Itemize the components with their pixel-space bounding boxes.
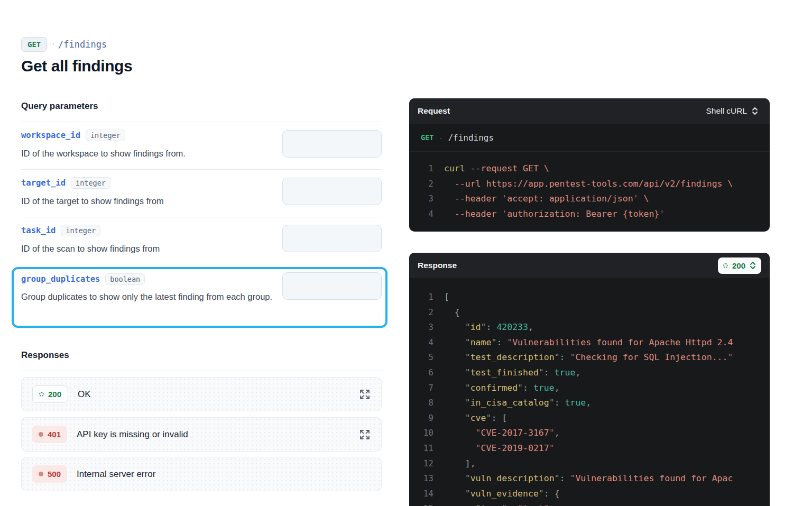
line-number: 3 [409,320,433,335]
response-card-401[interactable]: 401 API key is missing or invalid [21,417,382,452]
code-text: "vuln_description": "Vulnerabilities fou… [444,471,733,486]
divider [21,169,382,170]
line-number: 11 [409,441,433,456]
code-token: , [555,428,560,438]
code-line: 3 "id": 420233, [409,320,770,335]
task-id-input[interactable] [282,225,382,252]
breadcrumb-separator: · [52,39,54,49]
code-line: 1curl --request GET \ [409,161,770,177]
code-token [444,367,465,378]
code-token: " [539,367,544,378]
request-panel-title: Request [418,106,450,116]
code-token: : [560,352,570,362]
code-token: " [727,352,733,362]
response-panel-header: Response 200 [409,253,770,278]
code-line: 5 "test_description": "Checking for SQL … [409,350,770,365]
group-duplicates-input[interactable] [282,272,382,300]
param-name: task_id [21,226,56,235]
code-token: " [491,337,496,347]
code-token [444,383,465,393]
response-card-500[interactable]: 500 Internal server error [21,457,382,491]
breadcrumb-endpoint-path: /findings [58,39,107,50]
code-token: " [549,443,555,453]
code-token: " [555,352,560,362]
request-code-block: 1curl --request GET \2 --url https://app… [409,152,770,222]
code-text: ], [444,456,476,472]
code-token: in_cisa_catalog [470,398,549,408]
request-path: /findings [448,133,494,143]
line-number: 13 [409,471,433,486]
line-number: 1 [409,161,433,177]
status-code: 401 [48,430,61,439]
status-code: 500 [48,470,61,479]
code-token: Vulnerabilities found for Apac [575,473,733,483]
param-row-target-id: target_id integer [21,177,110,189]
code-token: " [465,489,470,499]
code-line: 9 "cve": [ [409,411,770,426]
code-token: confirmed [470,383,518,393]
code-token: " [539,489,544,499]
language-selector[interactable]: Shell cURL [703,106,761,116]
code-token: vuln_description [470,473,555,483]
workspace-id-input[interactable] [282,130,382,158]
target-id-input[interactable] [282,178,382,205]
code-token: : [496,337,507,347]
status-dot-icon [39,392,44,397]
response-status-selector[interactable]: 200 [718,257,761,274]
code-token: " [465,383,470,393]
code-token: 420233 [496,322,528,332]
code-token: : [544,367,555,378]
code-token [444,413,465,423]
response-label: Internal server error [77,469,155,480]
code-line: 2 --url https://app.pentest-tools.com/ap… [409,177,770,192]
code-line: 12 ], [409,456,770,472]
code-token: , [575,367,580,378]
param-type-badge: integer [86,130,125,141]
line-number: 9 [409,411,433,426]
code-token: type [481,503,502,506]
line-number: 8 [409,395,433,411]
api-reference-page: GET · /findings Get all findings Query p… [0,0,812,506]
code-token: ' [659,209,665,219]
param-description: ID of the target to show findings from [21,193,275,209]
code-line: 2 { [409,305,770,320]
chevron-updown-icon [752,107,758,115]
status-badge: 500 [32,465,67,483]
code-text: "confirmed": true, [444,381,560,396]
param-row-group-duplicates: group_duplicates boolean [21,273,145,285]
request-method: GET [421,133,433,142]
code-token: " [518,383,523,393]
response-card-200[interactable]: 200 OK [21,377,382,411]
line-number: 6 [409,365,433,381]
code-token: : [560,473,570,483]
code-token: " [544,503,549,506]
expand-icon[interactable] [359,429,371,440]
code-token [444,398,465,408]
code-text: --url https://app.pentest-tools.com/api/… [444,177,733,192]
line-number: 4 [409,335,433,351]
line-number: 2 [409,177,433,192]
code-token: Checking for SQL Injection... [575,352,727,362]
divider [21,371,382,371]
line-number: 10 [409,426,433,441]
response-label: OK [78,389,91,400]
code-text: { [444,305,460,320]
code-line: 8 "in_cisa_catalog": true, [409,395,770,411]
code-token: --request GET \ [465,163,549,173]
code-token: , [528,322,533,332]
code-token: --header [444,194,502,204]
response-label: API key is missing or invalid [77,429,188,440]
code-token [444,489,465,499]
expand-icon[interactable] [359,389,371,400]
response-panel: Response 200 1[2 {3 "id": 420233,4 "name… [409,253,770,506]
code-token: " [555,473,560,483]
code-text: "vuln_evidence": { [444,486,560,502]
code-token: CVE-2019-0217 [481,443,549,453]
query-parameters-heading: Query parameters [21,101,98,112]
language-selector-value: Shell cURL [706,106,747,116]
code-token: , [586,398,591,408]
request-endpoint-row: GET · /findings [409,124,770,152]
request-panel-header: Request Shell cURL [409,98,770,124]
code-text: [ [444,290,449,305]
code-token: accept: application/json [507,194,633,204]
